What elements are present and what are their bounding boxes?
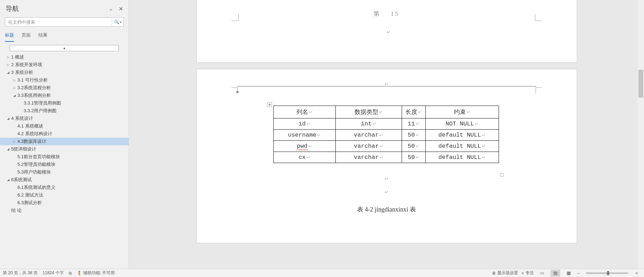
print-layout-button[interactable]: ▤ [551,270,560,277]
table-cell[interactable]: varchar↵ [335,130,402,141]
table-cell[interactable]: default NULL↵ [425,141,499,152]
db-schema-table[interactable]: 列名↵数据类型↵长度↵约束↵id↵int↵11↵NOT NULL↵usernam… [273,106,499,163]
table-row[interactable]: username↵varchar↵50↵default NULL↵ [273,130,499,141]
nav-tabs: 标题 页面 结果 [0,30,129,42]
outline-label: 4.2 系统结构设计 [17,131,52,137]
caret-expanded-icon[interactable]: ◢ [6,178,10,182]
caret-collapsed-icon[interactable]: ▷ [6,55,10,59]
table-header-cell[interactable]: 列名↵ [273,106,335,118]
table-cell[interactable]: cx↵ [273,152,335,163]
table-cell[interactable]: 50↵ [402,152,425,163]
collapse-icon[interactable]: ⌄ [109,6,113,11]
table-cell[interactable]: varchar↵ [335,141,402,152]
caret-collapsed-icon[interactable]: ▷ [6,63,10,67]
outline-item[interactable]: ▷1 概述 [0,53,129,61]
outline-label: 5.1前台首页功能模块 [17,154,60,160]
caret-collapsed-icon[interactable]: ▷ [12,86,17,90]
outline-label: 5.2管理员功能模块 [17,161,55,168]
crop-corner [232,87,238,94]
tab-results[interactable]: 结果 [38,30,47,42]
outline-item[interactable]: ▷3.3.2用户用例图 [0,107,129,115]
page-header: 第 15 [197,10,577,18]
outline-label: 1 概述 [10,54,24,60]
zoom-in-button[interactable]: ＋ [634,270,639,276]
accessibility-status[interactable]: 🧍 辅助功能: 不可用 [77,270,115,276]
zoom-out-button[interactable]: − [577,270,580,276]
outline-label: 6.2 测试方法 [17,192,43,198]
outline-item[interactable]: ◢5统详细设计 [0,145,129,153]
table-cell[interactable]: default NULL↵ [425,152,499,163]
outline-item[interactable]: ▷3.1 可行性分析 [0,76,129,84]
zoom-slider[interactable] [586,272,628,274]
caret-expanded-icon[interactable]: ◢ [6,117,10,120]
table-cell[interactable]: 50↵ [402,141,425,152]
display-settings-button[interactable]: 🖥 显示器设置 [492,270,518,276]
read-mode-button[interactable]: ▭ [537,270,547,277]
table-cell[interactable]: int↵ [335,118,402,130]
table-cell[interactable]: varchar↵ [335,152,402,163]
outline-item[interactable]: ▷2 系统开发环境 [0,61,129,69]
caret-collapsed-icon: ▷ [18,101,23,105]
outline-item[interactable]: ◢4 系统设计 [0,115,129,122]
outline-item[interactable]: ▷6.1系统测试的意义 [0,184,129,191]
caret-expanded-icon[interactable]: ◢ [6,71,10,74]
outline-item[interactable]: ◢6系统测试 [0,176,129,184]
outline-item[interactable]: ▷4.2 系统结构设计 [0,130,129,138]
tab-pages[interactable]: 页面 [22,30,31,42]
paragraph-mark-icon: ↵ [387,29,391,35]
table-cell[interactable]: pwd↵ [273,141,335,152]
outline-item[interactable]: ▷5.2管理员功能模块 [0,161,129,168]
table-row[interactable]: cx↵varchar↵50↵default NULL↵ [273,152,499,163]
outline-item[interactable]: ◢3.3系统用例分析 [0,92,129,99]
outline-label: 6系统测试 [10,177,32,183]
outline-item[interactable]: ▷4.3数据库设计 [0,138,129,145]
table-cell[interactable]: id↵ [273,118,335,130]
table-row[interactable]: id↵int↵11↵NOT NULL↵ [273,118,499,130]
outline-label: 6.3测试分析 [17,200,42,206]
zoom-thumb[interactable] [607,271,609,275]
search-button[interactable]: 🔍▾ [112,18,123,26]
outline-label: 3.2系统流程分析 [17,85,51,91]
focus-mode-button[interactable]: ⌖ 专注 [522,270,534,276]
accessibility-label: 辅助功能: 不可用 [83,270,115,276]
outline-item[interactable]: ▷3.2系统流程分析 [0,84,129,92]
table-header-cell[interactable]: 长度↵ [402,106,425,118]
web-layout-button[interactable]: ▦ [564,270,574,277]
word-count[interactable]: 11824 个字 [43,270,64,276]
caret-expanded-icon[interactable]: ◢ [12,94,17,97]
table-cell[interactable]: username↵ [273,130,335,141]
search-input[interactable] [5,20,112,25]
outline-level-dropdown[interactable]: ▲ [10,45,119,51]
outline-label: 6.1系统测试的意义 [17,184,55,191]
search-box[interactable]: 🔍▾ [5,17,124,26]
table-move-handle[interactable]: ✥ [267,102,272,107]
outline-item[interactable]: ▷6.2 测试方法 [0,191,129,199]
search-icon: 🔍 [114,20,119,24]
outline-item[interactable]: ▷4.1 系统概述 [0,122,129,130]
outline-item[interactable]: ▷5.3用户功能模块 [0,168,129,176]
table-cell[interactable]: 50↵ [402,130,425,141]
outline-item[interactable]: ▷6.3测试分析 [0,199,129,207]
outline-item[interactable]: ▷5.1前台首页功能模块 [0,153,129,161]
tab-headings[interactable]: 标题 [5,30,14,42]
table-header-cell[interactable]: 数据类型↵ [335,106,402,118]
caret-collapsed-icon[interactable]: ▷ [12,140,17,143]
spellcheck-icon[interactable]: ⧉ [69,271,72,276]
table-header-cell[interactable]: 约束↵ [425,106,499,118]
outline-item[interactable]: ▷3.3.1管理员用例图 [0,99,129,107]
table-cell[interactable]: default NULL↵ [425,130,499,141]
table-resize-handle[interactable] [500,173,503,177]
page-info[interactable]: 第 20 页，共 38 页 [3,270,38,276]
vertical-scrollbar[interactable] [638,0,644,269]
table-row[interactable]: pwd↵varchar↵50↵default NULL↵ [273,141,499,152]
outline-item[interactable]: ◢3 系统分析 [0,69,129,76]
focus-icon: ⌖ [522,271,524,276]
document-area[interactable]: 第 15 ↵ ↵ ✥ 列名↵数据类型↵长度↵约束↵id↵int↵11↵NOT N… [129,0,644,277]
table-cell[interactable]: NOT NULL↵ [425,118,499,130]
caret-collapsed-icon[interactable]: ▷ [12,78,17,82]
caret-expanded-icon[interactable]: ◢ [6,147,10,151]
close-icon[interactable]: ✕ [119,6,123,12]
scrollbar-thumb[interactable] [638,70,643,98]
outline-item[interactable]: ▷结 论 [0,207,129,214]
table-cell[interactable]: 11↵ [402,118,425,130]
